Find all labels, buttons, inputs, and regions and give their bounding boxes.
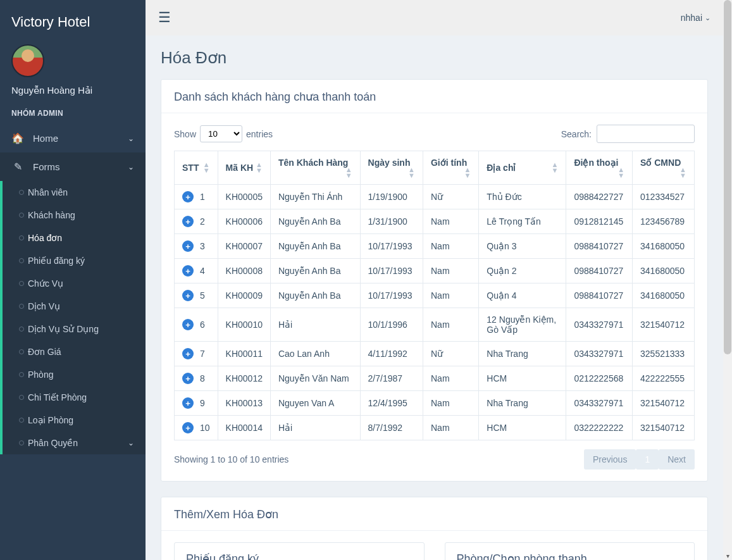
- search-input[interactable]: [597, 125, 695, 143]
- sidebar-item-d-ch-v-s-d-ng[interactable]: Dịch Vụ Sử Dụng: [3, 318, 146, 340]
- cell: Nguyễn Anh Ba: [270, 234, 360, 259]
- pager-next[interactable]: Next: [659, 449, 695, 470]
- chevron-down-icon: ⌄: [705, 14, 710, 22]
- sidebar-item-h-a-n[interactable]: Hóa đơn: [3, 227, 146, 249]
- expand-row-button[interactable]: +: [182, 422, 194, 433]
- expand-row-button[interactable]: +: [182, 373, 194, 384]
- cell: Nguyễn Văn Nam: [270, 366, 360, 391]
- cell: 12/4/1995: [360, 391, 423, 416]
- user-menu-name: nhhai: [681, 13, 702, 23]
- cell: Nữ: [423, 185, 478, 209]
- sort-icon: ▲▼: [464, 168, 471, 178]
- cell: +1: [175, 185, 218, 209]
- pager-page-1[interactable]: 1: [636, 449, 659, 470]
- chevron-down-icon: ⌄: [128, 439, 134, 447]
- nav-forms-label: Forms: [33, 161, 60, 172]
- search-label: Search:: [561, 129, 592, 139]
- cell: +10: [175, 416, 218, 440]
- page-scrollbar[interactable]: ▴ ▾: [723, 0, 732, 560]
- expand-row-button[interactable]: +: [182, 397, 194, 409]
- cell: KH00014: [218, 416, 270, 440]
- scroll-thumb[interactable]: [724, 0, 731, 354]
- sidebar-item-d-ch-v-[interactable]: Dịch Vụ: [3, 295, 146, 318]
- menu-toggle-icon[interactable]: ☰: [158, 9, 171, 26]
- sidebar-item-ph-ng[interactable]: Phòng: [3, 363, 146, 386]
- sidebar-item--n-gi-[interactable]: Đơn Giá: [3, 340, 146, 363]
- cell: HCM: [479, 366, 566, 391]
- nav-home[interactable]: 🏠 Home ⌄: [0, 124, 146, 152]
- cell: Nha Trang: [479, 342, 566, 366]
- sidebar-item-chi-ti-t-ph-ng[interactable]: Chi Tiết Phòng: [3, 386, 146, 409]
- sort-icon: ▲▼: [345, 168, 352, 178]
- cell: 422222555: [633, 366, 695, 391]
- sort-icon: ▲▼: [203, 163, 210, 173]
- table-row: +10KH00014Hải8/7/1992NamHCM0322222222321…: [175, 416, 695, 440]
- cell: 8/7/1992: [360, 416, 423, 440]
- cell: Nguyen Van A: [270, 391, 360, 416]
- cell: 321540712: [633, 391, 695, 416]
- sort-icon: ▲▼: [256, 163, 263, 173]
- nav-forms[interactable]: ✎ Forms ⌄: [0, 152, 146, 181]
- length-select[interactable]: 10: [200, 125, 242, 142]
- column-header[interactable]: Giới tính▲▼: [423, 151, 478, 185]
- expand-row-button[interactable]: +: [182, 240, 194, 252]
- panel-title: Danh sách khách hàng chưa thanh toán: [161, 80, 707, 113]
- column-header[interactable]: Điện thoại▲▼: [566, 151, 633, 185]
- cell: 0343327971: [566, 391, 633, 416]
- cell: Nguyễn Anh Ba: [270, 209, 360, 234]
- cell: +3: [175, 234, 218, 259]
- table-row: +5KH00009Nguyễn Anh Ba10/17/1993NamQuận …: [175, 283, 695, 308]
- expand-row-button[interactable]: +: [182, 319, 194, 330]
- cell: 10/17/1993: [360, 259, 423, 283]
- column-header[interactable]: Tên Khách Hàng▲▼: [270, 151, 360, 185]
- cell: 325521333: [633, 342, 695, 366]
- expand-row-button[interactable]: +: [182, 265, 194, 277]
- sort-icon: ▲▼: [679, 168, 686, 178]
- table-row: +2KH00006Nguyễn Anh Ba1/31/1900NamLê Trọ…: [175, 209, 695, 234]
- column-header[interactable]: Ngày sinh▲▼: [360, 151, 423, 185]
- scroll-down-icon[interactable]: ▾: [723, 551, 732, 560]
- sort-icon: ▲▼: [408, 168, 415, 178]
- cell: HCM: [479, 416, 566, 440]
- sort-icon: ▲▼: [552, 163, 559, 173]
- cell: 0988422727: [566, 185, 633, 209]
- sidebar-item-lo-i-ph-ng[interactable]: Loại Phòng: [3, 409, 146, 432]
- sidebar-item-kh-ch-h-ng[interactable]: Khách hàng: [3, 204, 146, 227]
- cell: Nha Trang: [479, 391, 566, 416]
- column-header[interactable]: STT▲▼: [175, 151, 218, 185]
- cell: KH00006: [218, 209, 270, 234]
- sidebar-item-ph-n-quy-n[interactable]: Phân Quyền⌄: [3, 432, 146, 454]
- column-header[interactable]: Số CMND▲▼: [633, 151, 695, 185]
- nav-home-label: Home: [33, 133, 58, 144]
- cell: Hải: [270, 416, 360, 440]
- cell: Nam: [423, 259, 478, 283]
- pager-prev[interactable]: Previous: [584, 449, 636, 470]
- sidebar-item-ch-c-v-[interactable]: Chức Vụ: [3, 272, 146, 295]
- expand-row-button[interactable]: +: [182, 348, 194, 359]
- sidebar-item-phi-u-ng-k-[interactable]: Phiếu đăng ký: [3, 249, 146, 272]
- cell: Nam: [423, 391, 478, 416]
- expand-row-button[interactable]: +: [182, 191, 194, 202]
- cell: Nam: [423, 416, 478, 440]
- cell: Quận 4: [479, 283, 566, 308]
- expand-row-button[interactable]: +: [182, 290, 194, 301]
- avatar[interactable]: [11, 44, 44, 77]
- cell: KH00008: [218, 259, 270, 283]
- expand-row-button[interactable]: +: [182, 216, 194, 227]
- cell: KH00011: [218, 342, 270, 366]
- cell: 0988410727: [566, 259, 633, 283]
- cell: Nam: [423, 366, 478, 391]
- sidebar-item-label: Phiếu đăng ký: [28, 256, 85, 266]
- chevron-down-icon: ⌄: [128, 134, 134, 143]
- column-header[interactable]: Địa chỉ▲▼: [479, 151, 566, 185]
- user-menu[interactable]: nhhai ⌄: [681, 13, 710, 23]
- table-row: +1KH00005Nguyễn Thi Ánh1/19/1900NữThủ Đứ…: [175, 185, 695, 209]
- sidebar-item-label: Chi Tiết Phòng: [28, 392, 87, 402]
- home-icon: 🏠: [11, 132, 24, 144]
- cell: 10/1/1996: [360, 308, 423, 342]
- sidebar-item-nh-n-vi-n[interactable]: Nhân viên: [3, 181, 146, 204]
- sidebar-item-label: Phòng: [28, 370, 53, 380]
- column-header[interactable]: Mã KH▲▼: [218, 151, 270, 185]
- table-info: Showing 1 to 10 of 10 entries: [174, 454, 288, 464]
- sidebar-item-label: Phân Quyền: [28, 438, 78, 448]
